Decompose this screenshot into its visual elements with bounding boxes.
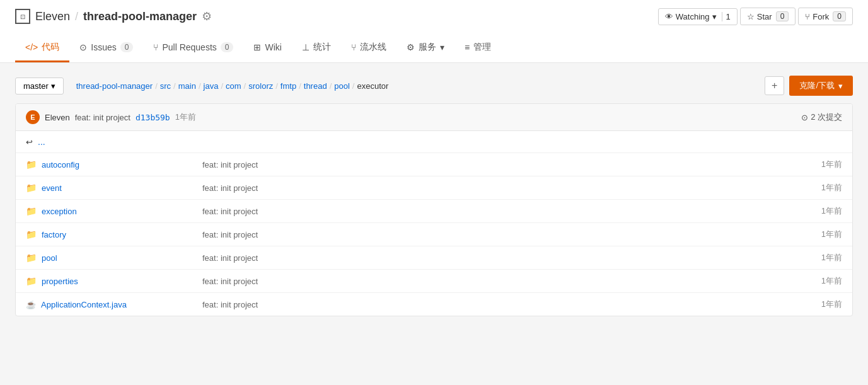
watching-label: Watching xyxy=(676,12,710,21)
tab-pulls[interactable]: ⑂ Pull Requests 0 xyxy=(143,35,243,62)
breadcrumb-part-1[interactable]: src xyxy=(160,81,171,91)
pulls-badge: 0 xyxy=(221,42,234,52)
breadcrumb-part-2[interactable]: main xyxy=(178,81,196,91)
file-row-applicationcontext: ☕ ApplicationContext.java feat: init pro… xyxy=(16,293,852,316)
branch-dropdown[interactable]: master ▾ xyxy=(15,78,64,95)
exception-message: feat: init project xyxy=(202,207,792,216)
nav-tabs: </> 代码 ⊙ Issues 0 ⑂ Pull Requests 0 ⊞ Wi… xyxy=(15,34,853,62)
file-row-pool: 📁 pool feat: init project 1年前 xyxy=(16,246,852,270)
breadcrumb-part-0[interactable]: thread-pool-manager xyxy=(76,81,153,91)
commit-count-label: 2 次提交 xyxy=(811,112,842,123)
autoconfig-time: 1年前 xyxy=(792,159,842,170)
breadcrumb-sep-0: / xyxy=(155,81,158,91)
repo-name[interactable]: thread-pool-manager xyxy=(83,10,197,23)
java-file-icon: ☕ xyxy=(26,300,36,309)
tab-wiki-label: Wiki xyxy=(265,42,281,52)
commit-hash[interactable]: d13b59b xyxy=(136,113,170,122)
branch-name: master xyxy=(23,81,49,91)
applicationcontext-message: feat: init project xyxy=(202,300,792,309)
tab-code[interactable]: </> 代码 xyxy=(15,34,69,62)
watching-button[interactable]: 👁 Watching ▾ 1 xyxy=(658,8,738,25)
pool-message: feat: init project xyxy=(202,253,792,263)
breadcrumb-part-6[interactable]: fmtp xyxy=(281,81,296,91)
file-properties[interactable]: properties xyxy=(42,277,78,286)
file-row-factory: 📁 factory feat: init project 1年前 xyxy=(16,223,852,246)
tab-service[interactable]: ⚙ 服务 ▾ xyxy=(396,34,454,62)
fork-button[interactable]: ⑂ Fork 0 xyxy=(798,8,853,25)
fork-label: Fork xyxy=(813,12,829,21)
breadcrumb-part-7[interactable]: thread xyxy=(304,81,327,91)
branch-dropdown-icon: ▾ xyxy=(51,81,55,91)
exception-time: 1年前 xyxy=(792,205,842,217)
commit-author[interactable]: Eleven xyxy=(45,113,70,122)
clone-label: 克隆/下载 xyxy=(799,80,835,91)
tab-stats-label: 统计 xyxy=(313,42,331,53)
folder-icon: 📁 xyxy=(26,253,37,263)
event-message: feat: init project xyxy=(202,183,792,193)
folder-icon: 📁 xyxy=(26,159,37,170)
factory-time: 1年前 xyxy=(792,229,842,240)
service-icon: ⚙ xyxy=(407,42,415,52)
file-row-properties: 📁 properties feat: init project 1年前 xyxy=(16,270,852,293)
stats-icon: ⊥ xyxy=(302,42,310,52)
back-arrow-icon: ↩ xyxy=(26,137,33,147)
settings-icon[interactable]: ⚙ xyxy=(202,9,212,23)
tab-wiki[interactable]: ⊞ Wiki xyxy=(243,35,291,62)
repo-owner[interactable]: Eleven xyxy=(35,10,70,23)
back-link[interactable]: ... xyxy=(38,137,45,147)
tab-stats[interactable]: ⊥ 统计 xyxy=(292,34,341,62)
file-event[interactable]: event xyxy=(42,183,62,193)
breadcrumb-sep-3: / xyxy=(221,81,223,91)
file-applicationcontext[interactable]: ApplicationContext.java xyxy=(41,300,127,309)
star-button[interactable]: ☆ Star 0 xyxy=(740,8,796,25)
chevron-down-icon: ▾ xyxy=(440,42,444,52)
repo-title: ⊡ Eleven / thread-pool-manager ⚙ xyxy=(15,9,212,24)
tab-manage[interactable]: ≡ 管理 xyxy=(454,34,501,62)
file-factory[interactable]: factory xyxy=(42,230,66,239)
breadcrumb-sep-6: / xyxy=(299,81,301,91)
breadcrumb: thread-pool-manager / src / main / java … xyxy=(76,81,389,91)
eye-icon: 👁 xyxy=(665,12,673,21)
breadcrumb-part-3[interactable]: java xyxy=(204,81,219,91)
breadcrumb-sep-7: / xyxy=(330,81,332,91)
file-pool[interactable]: pool xyxy=(42,253,57,263)
tab-pulls-label: Pull Requests xyxy=(162,42,216,52)
watching-count: 1 xyxy=(722,12,731,21)
toolbar-right: + 克隆/下载 ▾ xyxy=(765,76,853,96)
tab-code-label: 代码 xyxy=(42,42,59,53)
file-exception[interactable]: exception xyxy=(42,207,77,216)
commit-message: feat: init project xyxy=(75,113,130,122)
properties-time: 1年前 xyxy=(792,275,842,287)
breadcrumb-current: executor xyxy=(357,81,388,91)
fork-icon: ⑂ xyxy=(805,12,810,21)
commit-count[interactable]: ⊙ 2 次提交 xyxy=(801,112,842,123)
commit-count-icon: ⊙ xyxy=(801,113,808,122)
breadcrumb-sep-5: / xyxy=(275,81,278,91)
main-content: master ▾ thread-pool-manager / src / mai… xyxy=(0,63,868,329)
repo-separator: / xyxy=(75,10,78,23)
tab-issues[interactable]: ⊙ Issues 0 xyxy=(69,35,143,62)
breadcrumb-sep-1: / xyxy=(173,81,176,91)
breadcrumb-part-8[interactable]: pool xyxy=(334,81,350,91)
file-row-exception: 📁 exception feat: init project 1年前 xyxy=(16,200,852,223)
code-icon: </> xyxy=(25,42,38,52)
folder-icon: 📁 xyxy=(26,276,37,286)
tab-pipeline[interactable]: ⑂ 流水线 xyxy=(341,34,396,62)
tab-pipeline-label: 流水线 xyxy=(360,42,386,53)
breadcrumb-part-4[interactable]: com xyxy=(226,81,241,91)
commit-info-row: E Eleven feat: init project d13b59b 1年前 … xyxy=(16,104,852,131)
file-autoconfig[interactable]: autoconfig xyxy=(42,160,79,170)
pool-time: 1年前 xyxy=(792,252,842,263)
file-row-event: 📁 event feat: init project 1年前 xyxy=(16,176,852,200)
fork-count: 0 xyxy=(833,11,846,21)
tab-issues-label: Issues xyxy=(91,42,116,52)
clone-button[interactable]: 克隆/下载 ▾ xyxy=(789,76,853,96)
file-table: E Eleven feat: init project d13b59b 1年前 … xyxy=(15,103,853,316)
manage-icon: ≡ xyxy=(465,42,470,52)
tab-manage-label: 管理 xyxy=(473,42,491,53)
breadcrumb-part-5[interactable]: srolorz xyxy=(248,81,273,91)
add-file-button[interactable]: + xyxy=(765,76,784,95)
watching-dropdown-icon: ▾ xyxy=(712,12,717,21)
file-row-back: ↩ ... xyxy=(16,131,852,153)
breadcrumb-sep-2: / xyxy=(199,81,201,91)
